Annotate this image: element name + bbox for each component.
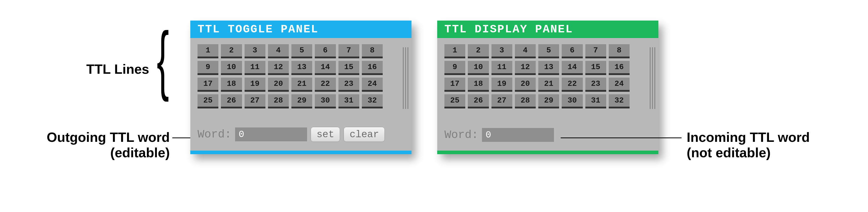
ttl-bit-14[interactable]: 14 [315, 61, 336, 75]
clear-button-label: clear [349, 129, 379, 140]
ttl-bit-9[interactable]: 9 [197, 61, 218, 75]
ttl-bit-18[interactable]: 18 [221, 78, 242, 92]
ttl-bit-12[interactable]: 12 [268, 61, 289, 75]
ttl-bit-16: 16 [609, 61, 629, 75]
connector-line [561, 138, 682, 138]
ttl-bit-19[interactable]: 19 [245, 78, 266, 92]
clear-button[interactable]: clear [344, 127, 385, 142]
ttl-bit-5: 5 [538, 44, 559, 58]
set-button-label: set [317, 129, 334, 140]
ttl-bit-30[interactable]: 30 [315, 94, 336, 108]
callout-ttl-lines: TTL Lines [67, 62, 149, 77]
ttl-bit-3[interactable]: 3 [245, 44, 266, 58]
callout-outgoing-line1: Outgoing TTL word [16, 130, 170, 145]
ttl-bit-17[interactable]: 17 [197, 78, 218, 92]
drag-grip-icon[interactable] [650, 47, 655, 109]
ttl-bit-14: 14 [562, 61, 583, 75]
ttl-bit-6[interactable]: 6 [315, 44, 336, 58]
ttl-bit-31: 31 [585, 94, 606, 108]
toggle-panel-title: TTL TOGGLE PANEL [190, 21, 411, 38]
callout-ttl-lines-text: TTL Lines [86, 62, 149, 77]
ttl-bit-18: 18 [468, 78, 489, 92]
ttl-bit-32[interactable]: 32 [362, 94, 383, 108]
ttl-bit-2: 2 [468, 44, 489, 58]
ttl-bit-25[interactable]: 25 [197, 94, 218, 108]
ttl-bit-21[interactable]: 21 [291, 78, 312, 92]
display-word-row: Word: 0 [444, 128, 554, 142]
ttl-bit-13[interactable]: 13 [291, 61, 312, 75]
ttl-bit-24: 24 [609, 78, 629, 92]
callout-outgoing-line2: (editable) [16, 145, 170, 161]
ttl-bit-7: 7 [585, 44, 606, 58]
ttl-bit-15: 15 [585, 61, 606, 75]
ttl-bit-23[interactable]: 23 [338, 78, 359, 92]
ttl-bit-28[interactable]: 28 [268, 94, 289, 108]
ttl-bit-26: 26 [468, 94, 489, 108]
ttl-bit-10: 10 [468, 61, 489, 75]
ttl-bit-8: 8 [609, 44, 629, 58]
ttl-bit-20: 20 [515, 78, 536, 92]
brace-icon: { [157, 21, 169, 98]
ttl-bit-24[interactable]: 24 [362, 78, 383, 92]
ttl-bit-3: 3 [492, 44, 512, 58]
outgoing-word-input[interactable] [235, 128, 307, 141]
ttl-bit-17: 17 [444, 78, 465, 92]
ttl-bit-1[interactable]: 1 [197, 44, 218, 58]
ttl-bit-28: 28 [515, 94, 536, 108]
ttl-bit-19: 19 [492, 78, 512, 92]
toggle-footer-bar [190, 150, 411, 154]
toggle-word-label: Word: [197, 128, 231, 141]
callout-incoming-line1: Incoming TTL word [687, 130, 831, 145]
incoming-word-text: 0 [486, 130, 491, 140]
ttl-bit-30: 30 [562, 94, 583, 108]
ttl-bit-8[interactable]: 8 [362, 44, 383, 58]
ttl-bit-2[interactable]: 2 [221, 44, 242, 58]
ttl-bit-27[interactable]: 27 [245, 94, 266, 108]
ttl-bit-7[interactable]: 7 [338, 44, 359, 58]
ttl-bit-25: 25 [444, 94, 465, 108]
toggle-word-row: Word: set clear [197, 127, 385, 142]
ttl-bit-4: 4 [515, 44, 536, 58]
set-button[interactable]: set [311, 127, 340, 142]
ttl-bit-29: 29 [538, 94, 559, 108]
ttl-bit-23: 23 [585, 78, 606, 92]
ttl-bit-9: 9 [444, 61, 465, 75]
ttl-bit-21: 21 [538, 78, 559, 92]
ttl-bit-13: 13 [538, 61, 559, 75]
ttl-bit-27: 27 [492, 94, 512, 108]
ttl-bit-20[interactable]: 20 [268, 78, 289, 92]
ttl-bit-32: 32 [609, 94, 629, 108]
ttl-bit-22[interactable]: 22 [315, 78, 336, 92]
ttl-bit-1: 1 [444, 44, 465, 58]
callout-incoming: Incoming TTL word (not editable) [687, 130, 831, 161]
ttl-bit-5[interactable]: 5 [291, 44, 312, 58]
ttl-bit-22: 22 [562, 78, 583, 92]
ttl-bit-10[interactable]: 10 [221, 61, 242, 75]
callout-incoming-line2: (not editable) [687, 145, 831, 161]
toggle-bit-grid: 1234567891011121314151617181920212223242… [197, 44, 383, 108]
ttl-bit-4[interactable]: 4 [268, 44, 289, 58]
ttl-toggle-panel: TTL TOGGLE PANEL 12345678910111213141516… [190, 21, 411, 154]
ttl-display-panel: TTL DISPLAY PANEL 1234567891011121314151… [437, 21, 658, 154]
ttl-bit-31[interactable]: 31 [338, 94, 359, 108]
drag-grip-icon[interactable] [403, 47, 408, 109]
ttl-bit-26[interactable]: 26 [221, 94, 242, 108]
display-word-label: Word: [444, 129, 478, 141]
display-footer-bar [437, 150, 658, 154]
ttl-bit-15[interactable]: 15 [338, 61, 359, 75]
incoming-word-value: 0 [482, 128, 554, 142]
ttl-bit-29[interactable]: 29 [291, 94, 312, 108]
ttl-bit-12: 12 [515, 61, 536, 75]
display-bit-grid: 1234567891011121314151617181920212223242… [444, 44, 629, 108]
display-panel-title: TTL DISPLAY PANEL [437, 21, 658, 38]
callout-outgoing: Outgoing TTL word (editable) [16, 130, 170, 161]
ttl-bit-6: 6 [562, 44, 583, 58]
ttl-bit-11[interactable]: 11 [245, 61, 266, 75]
ttl-bit-16[interactable]: 16 [362, 61, 383, 75]
ttl-bit-11: 11 [492, 61, 512, 75]
